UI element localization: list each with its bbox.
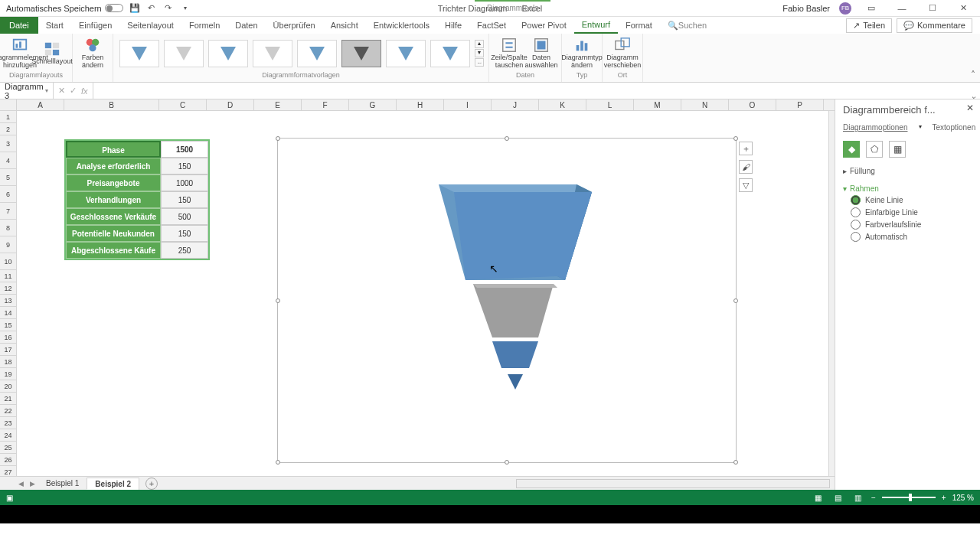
tab-developer[interactable]: Entwicklertools <box>366 17 437 34</box>
autosave-toggle[interactable]: Automatisches Speichern <box>6 4 123 13</box>
row-header[interactable]: 22 <box>0 405 16 417</box>
confirm-formula-icon[interactable]: ✓ <box>70 86 77 96</box>
fill-line-tab-icon[interactable]: ◆ <box>843 141 860 158</box>
zoom-in-icon[interactable]: + <box>942 494 946 502</box>
row-header[interactable]: 5 <box>0 169 16 186</box>
tab-help[interactable]: Hilfe <box>437 17 469 34</box>
border-auto-radio[interactable]: Automatisch <box>851 232 972 242</box>
col-header[interactable]: G <box>349 99 397 110</box>
sheet-nav-prev-icon[interactable]: ◀ <box>15 480 27 487</box>
tab-format[interactable]: Format <box>618 17 660 34</box>
col-header[interactable]: C <box>159 99 207 110</box>
save-icon[interactable]: 💾 <box>129 3 140 14</box>
row-header[interactable]: 17 <box>0 344 16 356</box>
row-header[interactable]: 19 <box>0 368 16 380</box>
row-header[interactable]: 12 <box>0 282 16 295</box>
zoom-out-icon[interactable]: − <box>871 494 876 502</box>
horizontal-scrollbar[interactable] <box>516 479 830 488</box>
comments-button[interactable]: 💬 Kommentare <box>897 18 972 33</box>
fx-icon[interactable]: fx <box>81 86 88 96</box>
tab-powerpivot[interactable]: Power Pivot <box>514 17 574 34</box>
sheet-tab-2[interactable]: Beispiel 2 <box>87 478 139 490</box>
tab-factset[interactable]: FactSet <box>469 17 514 34</box>
file-tab[interactable]: Datei <box>0 17 38 34</box>
row-header[interactable]: 1 <box>0 111 16 123</box>
chart-elements-button[interactable]: ＋ <box>739 142 753 155</box>
border-gradient-radio[interactable]: Farbverlaufslinie <box>851 220 972 230</box>
row-header[interactable]: 8 <box>0 220 16 236</box>
user-avatar[interactable]: FB <box>839 2 851 15</box>
col-header[interactable]: K <box>539 99 586 110</box>
row-header[interactable]: 27 <box>0 466 16 476</box>
panel-tab-text[interactable]: Textoptionen <box>933 123 976 133</box>
record-macro-icon[interactable]: ▣ <box>6 494 13 502</box>
row-header[interactable]: 26 <box>0 454 16 466</box>
chart-style-5[interactable] <box>297 40 337 67</box>
cells-area[interactable]: Phase 1500 Analyse erforderlich150 Preis… <box>17 111 828 476</box>
row-header[interactable]: 4 <box>0 152 16 169</box>
row-header[interactable]: 11 <box>0 270 16 282</box>
col-header[interactable]: J <box>492 99 539 110</box>
row-header[interactable]: 16 <box>0 331 16 344</box>
chart-style-2[interactable] <box>164 40 204 67</box>
sheet-tab-1[interactable]: Beispiel 1 <box>38 478 87 489</box>
chart-styles-button[interactable]: 🖌 <box>739 160 753 174</box>
col-header[interactable]: N <box>681 99 729 110</box>
chart-style-6[interactable] <box>341 40 381 67</box>
name-box[interactable]: Diagramm 3▾ <box>0 82 54 100</box>
row-header[interactable]: 10 <box>0 253 16 270</box>
chart-style-7[interactable] <box>386 40 426 67</box>
style-scroll-down-icon[interactable]: ▼ <box>475 49 484 57</box>
chart-filter-button[interactable]: ▽ <box>739 178 753 192</box>
add-sheet-button[interactable]: + <box>145 478 158 490</box>
row-header[interactable]: 9 <box>0 236 16 253</box>
move-chart-button[interactable]: Diagramm verschieben <box>607 37 638 70</box>
switch-row-col-button[interactable]: Zeile/Spalte tauschen <box>494 37 524 70</box>
cancel-formula-icon[interactable]: ✕ <box>58 86 65 96</box>
col-header[interactable]: F <box>302 99 349 110</box>
panel-tab-options[interactable]: Diagrammoptionen <box>843 123 908 133</box>
col-header[interactable]: L <box>586 99 634 110</box>
select-data-button[interactable]: Daten auswählen <box>526 37 557 70</box>
row-header[interactable]: 7 <box>0 203 16 220</box>
effects-tab-icon[interactable]: ⬠ <box>866 141 883 158</box>
redo-icon[interactable]: ↷ <box>163 3 174 14</box>
vertical-scrollbar[interactable] <box>828 111 835 476</box>
tab-formulas[interactable]: Formeln <box>181 17 227 34</box>
chart-style-8[interactable] <box>430 40 470 67</box>
change-chart-type-button[interactable]: Diagrammtyp ändern <box>567 37 597 70</box>
tab-data[interactable]: Daten <box>227 17 265 34</box>
chart-style-4[interactable] <box>253 40 292 67</box>
page-break-view-icon[interactable]: ▥ <box>851 491 865 504</box>
col-header[interactable]: H <box>397 99 444 110</box>
collapse-ribbon-icon[interactable]: ˄ <box>971 70 975 80</box>
search-box[interactable]: 🔍 Suchen <box>660 17 714 34</box>
border-no-line-radio[interactable]: Keine Linie <box>851 195 972 205</box>
col-header[interactable]: D <box>207 99 254 110</box>
normal-view-icon[interactable]: ▦ <box>812 491 825 504</box>
chart-style-1[interactable] <box>119 40 159 67</box>
ribbon-display-icon[interactable]: ▭ <box>861 1 882 16</box>
row-header[interactable]: 24 <box>0 429 16 442</box>
row-header[interactable]: 18 <box>0 356 16 368</box>
zoom-slider[interactable] <box>882 497 936 498</box>
col-header[interactable]: P <box>776 99 824 110</box>
maximize-icon[interactable]: ☐ <box>922 1 943 16</box>
page-layout-view-icon[interactable]: ▤ <box>831 491 845 504</box>
col-header[interactable]: M <box>634 99 681 110</box>
panel-close-icon[interactable]: ✕ <box>966 103 974 113</box>
row-header[interactable]: 15 <box>0 319 16 331</box>
row-header[interactable]: 13 <box>0 295 16 307</box>
chart-style-3[interactable] <box>208 40 248 67</box>
col-header[interactable]: B <box>64 99 159 110</box>
tab-review[interactable]: Überprüfen <box>266 17 323 34</box>
row-header[interactable]: 6 <box>0 186 16 203</box>
col-header[interactable]: E <box>254 99 302 110</box>
row-header[interactable]: 14 <box>0 307 16 319</box>
tab-view[interactable]: Ansicht <box>323 17 366 34</box>
tab-design[interactable]: Entwurf <box>574 17 618 34</box>
row-header[interactable]: 25 <box>0 442 16 454</box>
chart-object[interactable]: ＋ 🖌 ▽ <box>277 138 737 463</box>
fill-section-toggle[interactable]: ▸ Füllung <box>843 167 972 175</box>
row-header[interactable]: 20 <box>0 380 16 393</box>
